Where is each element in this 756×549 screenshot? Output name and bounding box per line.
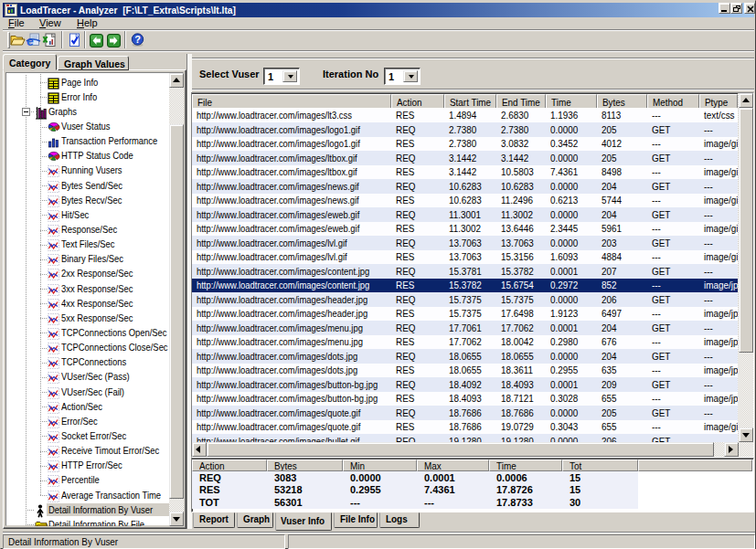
svg-text:?: ? [134, 34, 141, 45]
